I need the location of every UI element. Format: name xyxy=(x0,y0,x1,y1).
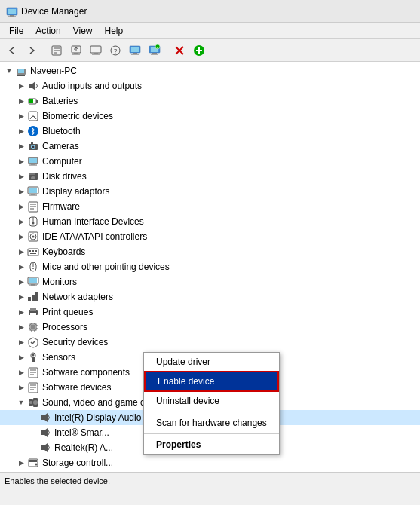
title-bar-text: Device Manager xyxy=(21,6,87,17)
cameras-icon xyxy=(27,140,39,152)
monitors-icon xyxy=(27,276,39,288)
bluetooth-expand[interactable]: ▶ xyxy=(15,125,27,137)
btn-update[interactable] xyxy=(67,41,85,60)
biometric-expand[interactable]: ▶ xyxy=(15,110,27,122)
storage-icon xyxy=(27,457,39,469)
tree-item-print[interactable]: ▶ Print queues xyxy=(0,305,420,320)
menu-action[interactable]: Action xyxy=(29,24,66,38)
mice-label: Mice and other pointing devices xyxy=(42,260,170,274)
ctx-properties[interactable]: Properties xyxy=(144,436,279,454)
main-content: ▼ Naveen-PC ▶ Audio inputs and outpu xyxy=(0,62,420,488)
mice-icon xyxy=(27,261,39,273)
menu-file[interactable]: File xyxy=(3,24,29,38)
audio-expand[interactable]: ▶ xyxy=(15,80,27,92)
root-expand[interactable]: ▼ xyxy=(3,65,15,77)
software-devices-icon xyxy=(27,381,39,393)
processors-expand[interactable]: ▶ xyxy=(15,321,27,333)
tree-item-network[interactable]: ▶ Network adapters xyxy=(0,289,420,305)
software-components-expand[interactable]: ▶ xyxy=(15,366,27,378)
tree-item-audio[interactable]: ▶ Audio inputs and outputs xyxy=(0,78,420,93)
title-bar-icon xyxy=(6,5,18,17)
root-icon xyxy=(15,65,27,77)
tree-item-processors[interactable]: ▶ Processors xyxy=(0,320,420,335)
display-expand[interactable]: ▶ xyxy=(15,185,27,197)
cameras-expand[interactable]: ▶ xyxy=(15,140,27,152)
svg-marker-111 xyxy=(41,428,48,437)
btn-monitor2[interactable] xyxy=(126,41,144,60)
svg-rect-22 xyxy=(152,53,157,54)
sensors-label: Sensors xyxy=(42,350,75,364)
tree-item-hid[interactable]: ▶ Human Interface Devices xyxy=(0,214,420,229)
tree-item-monitors[interactable]: ▶ Monitors xyxy=(0,274,420,289)
network-expand[interactable]: ▶ xyxy=(15,291,27,303)
cameras-label: Cameras xyxy=(42,139,79,153)
svg-rect-81 xyxy=(35,292,38,301)
tree-item-ide[interactable]: ▶ IDE ATA/ATAPI controllers xyxy=(0,229,420,244)
tree-item-biometric[interactable]: ▶ Biometric devices xyxy=(0,109,420,124)
tree-item-computer[interactable]: ▶ Computer xyxy=(0,154,420,169)
btn-add[interactable] xyxy=(190,41,208,60)
disk-expand[interactable]: ▶ xyxy=(15,170,27,182)
keyboards-expand[interactable]: ▶ xyxy=(15,246,27,258)
menu-view[interactable]: View xyxy=(67,24,99,38)
tree-item-security[interactable]: ▶ Security devices xyxy=(0,335,420,350)
svg-rect-76 xyxy=(29,278,37,283)
batteries-expand[interactable]: ▶ xyxy=(15,95,27,107)
ctx-uninstall-device[interactable]: Uninstall device xyxy=(144,392,279,410)
toolbar: ? + xyxy=(0,39,420,62)
tree-item-batteries[interactable]: ▶ Batteries xyxy=(0,93,420,109)
ctx-update-driver[interactable]: Update driver xyxy=(144,353,279,371)
tree-item-keyboards[interactable]: ▶ Keyboards xyxy=(0,244,420,259)
mice-expand[interactable]: ▶ xyxy=(15,261,27,273)
tree-item-cameras[interactable]: ▶ Cameras xyxy=(0,139,420,154)
monitors-expand[interactable]: ▶ xyxy=(15,276,27,288)
btn-delete[interactable] xyxy=(170,41,189,60)
keyboards-label: Keyboards xyxy=(42,245,85,259)
svg-rect-12 xyxy=(94,53,98,54)
storage-label: Storage controll... xyxy=(42,456,113,470)
btn-device-manager[interactable] xyxy=(87,41,105,60)
btn-help[interactable]: ? xyxy=(106,41,124,60)
audio-icon xyxy=(27,80,39,92)
tree-item-display[interactable]: ▶ Display adaptors xyxy=(0,184,420,199)
software-components-label: Software components xyxy=(42,366,130,379)
svg-rect-45 xyxy=(31,142,33,144)
hid-label: Human Interface Devices xyxy=(42,215,144,228)
svg-marker-110 xyxy=(41,413,48,422)
btn-forward[interactable] xyxy=(23,41,41,60)
computer-expand[interactable]: ▶ xyxy=(15,155,27,167)
firmware-expand[interactable]: ▶ xyxy=(15,200,27,213)
svg-point-108 xyxy=(29,401,32,404)
ide-expand[interactable]: ▶ xyxy=(15,231,27,243)
sensors-expand[interactable]: ▶ xyxy=(15,351,27,363)
software-devices-expand[interactable]: ▶ xyxy=(15,381,27,393)
ctx-separator-1 xyxy=(144,412,279,412)
security-expand[interactable]: ▶ xyxy=(15,336,27,348)
svg-rect-10 xyxy=(72,54,80,54)
sound-expand[interactable]: ▼ xyxy=(15,396,27,409)
intel-display-label: Intel(R) Display Audio xyxy=(54,411,141,424)
ctx-scan-hardware[interactable]: Scan for hardware changes xyxy=(144,414,279,432)
tree-item-mice[interactable]: ▶ Mice and other pointing devices xyxy=(0,259,420,274)
biometric-icon xyxy=(27,110,39,122)
btn-back[interactable] xyxy=(3,41,21,60)
keyboards-icon xyxy=(27,246,39,258)
tree-item-storage[interactable]: ▶ Storage controll... xyxy=(0,455,420,470)
svg-point-66 xyxy=(32,236,35,238)
svg-marker-112 xyxy=(41,443,48,452)
tree-root[interactable]: ▼ Naveen-PC xyxy=(0,63,420,78)
btn-monitor3[interactable]: + xyxy=(146,41,164,60)
btn-properties[interactable] xyxy=(48,41,66,60)
storage-expand[interactable]: ▶ xyxy=(15,457,27,469)
hid-expand[interactable]: ▶ xyxy=(15,216,27,228)
print-expand[interactable]: ▶ xyxy=(15,306,27,318)
security-icon xyxy=(27,336,39,348)
menu-help[interactable]: Help xyxy=(99,24,130,38)
tree-item-bluetooth[interactable]: ▶ ᛒ Bluetooth xyxy=(0,124,420,139)
tree-item-firmware[interactable]: ▶ Firmware xyxy=(0,199,420,214)
svg-rect-48 xyxy=(31,164,35,165)
tree-item-disk[interactable]: ▶ Disk drives xyxy=(0,169,420,184)
ctx-enable-device[interactable]: Enable device xyxy=(144,371,279,392)
svg-point-97 xyxy=(32,354,35,357)
sound-icon xyxy=(27,396,39,409)
